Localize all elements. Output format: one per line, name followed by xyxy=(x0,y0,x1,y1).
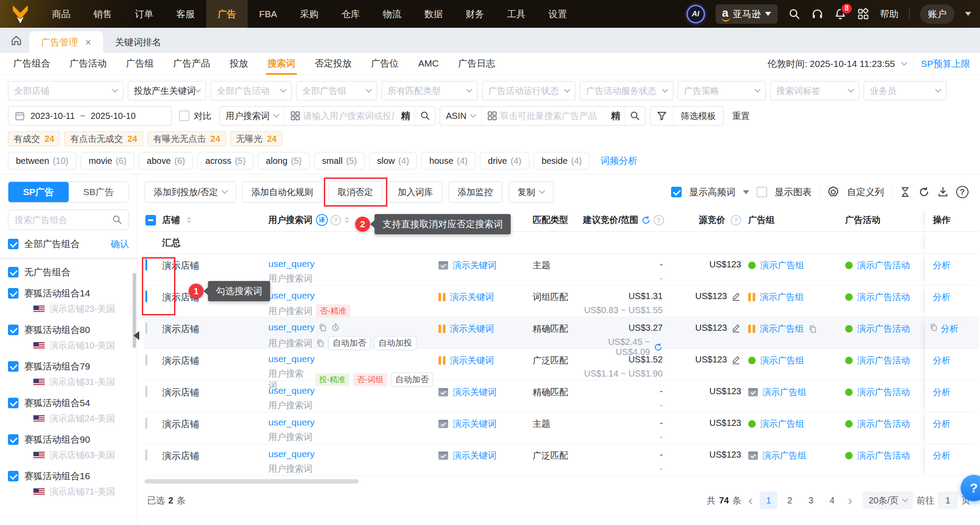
sort-icon[interactable] xyxy=(345,217,349,223)
refresh-icon[interactable] xyxy=(918,186,930,198)
page-button-active[interactable]: 1 xyxy=(760,492,777,509)
col-targeting[interactable]: 投放 xyxy=(438,214,456,226)
table-row[interactable]: 演示店铺 user_query 用户搜索词 演示关键词 精确匹配 -- US$1… xyxy=(145,381,979,412)
copy-icon[interactable] xyxy=(316,339,325,348)
ad-group-link[interactable]: 演示广告组 xyxy=(760,323,804,335)
headset-icon[interactable] xyxy=(811,8,824,20)
select-all-checkbox[interactable] xyxy=(8,239,19,249)
tab-keyword-rank[interactable]: 关键词排名 xyxy=(103,31,173,53)
help-link[interactable]: 帮助 xyxy=(880,8,898,20)
add-to-lexicon-button[interactable]: 加入词库 xyxy=(389,181,442,203)
campaign-link[interactable]: 演示广告活动 xyxy=(857,450,910,462)
campaign-link[interactable]: 演示广告活动 xyxy=(857,323,910,335)
subnav-item-search-terms-active[interactable]: 搜索词 xyxy=(258,53,305,75)
topnav-item[interactable]: 工具 xyxy=(496,0,537,28)
custom-columns-icon[interactable] xyxy=(827,186,839,198)
user-query-link[interactable]: user_query xyxy=(268,385,315,396)
word-chip[interactable]: between(10) xyxy=(8,152,76,170)
col-suggested-bid[interactable]: 建议竞价/范围 xyxy=(583,214,638,226)
date-range-picker[interactable]: 2023-10-11 ~ 2025-10-10 xyxy=(8,106,172,126)
analyze-link[interactable]: 分析 xyxy=(933,450,950,462)
user-query-link[interactable]: user_query xyxy=(268,290,315,301)
search-icon[interactable] xyxy=(112,214,122,225)
checkbox[interactable] xyxy=(8,434,19,445)
subnav-item[interactable]: 广告位 xyxy=(361,53,408,75)
topnav-item[interactable]: FBA xyxy=(248,0,289,28)
keyword-link[interactable]: 演示关键词 xyxy=(450,323,494,335)
subnav-item[interactable]: 广告组 xyxy=(116,53,163,75)
translate-icon[interactable]: 译 xyxy=(316,214,328,226)
checkbox[interactable] xyxy=(8,471,19,481)
ad-strategy-select[interactable]: 广告策略 xyxy=(678,81,766,100)
word-chip[interactable]: movie(6) xyxy=(81,152,134,170)
export-download-icon[interactable] xyxy=(937,186,949,198)
topnav-item[interactable]: 仓库 xyxy=(330,0,371,28)
ad-group-link[interactable]: 演示广告组 xyxy=(760,418,804,430)
topnav-item[interactable]: 数据 xyxy=(413,0,454,28)
tab-ad-management[interactable]: 广告管理 × xyxy=(29,31,103,53)
word-chip[interactable]: across(5) xyxy=(197,152,253,170)
filter-template-button[interactable]: 筛选模板 xyxy=(674,110,723,122)
checkbox[interactable] xyxy=(8,267,19,277)
topnav-item[interactable]: 商品 xyxy=(41,0,82,28)
topnav-item[interactable]: 订单 xyxy=(123,0,165,28)
col-source-bid[interactable]: 源竞价 xyxy=(699,214,725,226)
keyword-source-select[interactable]: 投放产生关键词 xyxy=(128,81,206,100)
analyze-link[interactable]: 分析 xyxy=(933,291,950,303)
subnav-item[interactable]: 投放 xyxy=(220,53,258,75)
clock-icon[interactable] xyxy=(331,323,340,332)
marketplace-selector[interactable]: a 亚马逊 xyxy=(716,4,778,24)
quick-tag-impr-no-click[interactable]: 有曝光无点击24 xyxy=(148,131,226,146)
keyword-link[interactable]: 演示关键词 xyxy=(453,450,497,462)
match-type-filter-select[interactable]: 所有匹配类型 xyxy=(382,81,478,100)
question-icon[interactable]: ? xyxy=(653,215,664,226)
ad-group-link[interactable]: 演示广告组 xyxy=(760,259,804,271)
col-ad-group[interactable]: 广告组 xyxy=(748,214,775,226)
checkbox[interactable] xyxy=(179,111,189,121)
sort-icon[interactable] xyxy=(187,217,191,223)
search-button[interactable] xyxy=(415,107,435,125)
table-row[interactable]: 演示店铺 user_query 用户搜索词 演示关键词 广泛匹配 -- US$1… xyxy=(145,444,979,476)
analyze-link[interactable]: 分析 xyxy=(933,418,950,430)
list-item[interactable]: 赛狐活动组合80 演示店铺10-美国 xyxy=(8,324,129,351)
checkbox[interactable] xyxy=(8,398,19,408)
word-chip[interactable]: along(5) xyxy=(258,152,309,170)
show-chart-checkbox[interactable] xyxy=(757,187,767,197)
search-button[interactable] xyxy=(625,107,645,125)
asin-type-select[interactable]: ASIN xyxy=(440,107,482,125)
campaign-link[interactable]: 演示广告活动 xyxy=(857,418,910,430)
row-checkbox[interactable] xyxy=(145,386,147,397)
checkbox[interactable] xyxy=(8,361,19,372)
copy-icon[interactable] xyxy=(318,323,327,332)
list-item[interactable]: 无广告组合 xyxy=(8,266,129,278)
refresh-icon[interactable] xyxy=(641,215,651,225)
word-chip[interactable]: slow(4) xyxy=(369,152,417,170)
exact-match-toggle[interactable]: 精 xyxy=(607,110,625,122)
account-menu[interactable]: 账户 xyxy=(920,4,954,24)
list-item[interactable]: 赛狐活动组合16 演示店铺71-美国 xyxy=(8,470,129,498)
goto-page-input[interactable]: 1 xyxy=(938,492,958,509)
page-button[interactable]: 4 xyxy=(823,492,841,509)
ad-group-link[interactable]: 演示广告组 xyxy=(762,386,806,398)
custom-columns-label[interactable]: 自定义列 xyxy=(847,186,884,198)
tab-sp-ads[interactable]: SP广告 xyxy=(8,182,69,202)
history-hourglass-icon[interactable] xyxy=(899,186,911,198)
checkbox[interactable] xyxy=(8,288,19,299)
keyword-link[interactable]: 演示关键词 xyxy=(453,418,497,430)
topnav-item[interactable]: 物流 xyxy=(371,0,413,28)
caret-down-icon[interactable] xyxy=(743,190,749,194)
exact-match-toggle[interactable]: 精 xyxy=(397,110,415,122)
user-query-link[interactable]: user_query xyxy=(268,417,315,428)
list-item[interactable]: 赛狐活动组合90 演示店铺63-美国 xyxy=(8,433,129,461)
list-item[interactable]: 赛狐活动组合79 演示店铺31-美国 xyxy=(8,360,129,388)
subnav-item[interactable]: 广告产品 xyxy=(163,53,220,75)
campaign-link[interactable]: 演示广告活动 xyxy=(857,386,910,398)
portfolio-search-input[interactable] xyxy=(15,215,108,225)
salesperson-select[interactable]: 业务员 xyxy=(864,81,947,100)
timezone-clock[interactable]: 伦敦时间: 2025-10-14 11:23:55 xyxy=(768,58,895,70)
edit-pencil-icon[interactable] xyxy=(731,291,741,301)
topnav-item-ads-active[interactable]: 广告 xyxy=(206,0,248,28)
subnav-item[interactable]: 广告活动 xyxy=(60,53,116,75)
analyze-link[interactable]: 分析 xyxy=(933,259,950,271)
page-button[interactable]: 3 xyxy=(802,492,820,509)
